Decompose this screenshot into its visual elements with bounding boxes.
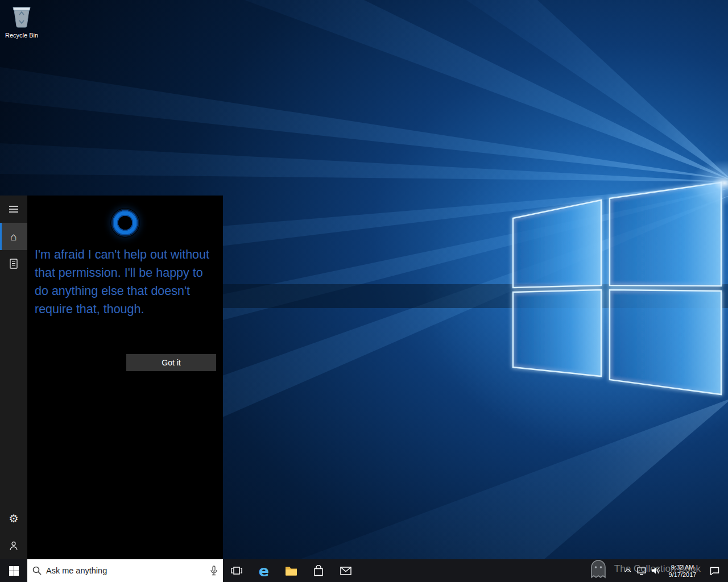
clock-date: 9/17/2017	[662, 571, 703, 579]
cortana-notebook-button[interactable]	[0, 250, 27, 277]
volume-tray-button[interactable]	[648, 559, 662, 582]
cortana-settings-button[interactable]: ⚙	[0, 505, 27, 532]
cortana-message-text: I'm afraid I can't help out without that…	[35, 246, 217, 318]
recycle-bin-glyph	[10, 3, 33, 28]
microphone-icon[interactable]	[210, 566, 218, 576]
store-bag-icon	[313, 565, 324, 576]
search-input[interactable]	[46, 566, 205, 575]
mail-button[interactable]	[332, 559, 359, 582]
taskbar-clock[interactable]: 9:32 AM 9/17/2017	[662, 563, 703, 579]
action-center-icon	[710, 567, 719, 575]
volume-icon	[651, 567, 660, 575]
system-tray: 9:32 AM 9/17/2017	[621, 559, 728, 582]
recycle-bin-label: Recycle Bin	[3, 32, 40, 39]
network-tray-button[interactable]	[635, 559, 648, 582]
cortana-sidebar: ⌂ ⚙	[0, 196, 27, 559]
file-explorer-icon	[285, 566, 297, 576]
feedback-person-icon	[9, 541, 18, 551]
hamburger-menu-button[interactable]	[0, 196, 27, 223]
taskbar: e	[0, 559, 728, 582]
edge-icon: e	[259, 563, 269, 579]
show-hidden-icons-button[interactable]	[621, 559, 635, 582]
recycle-bin-icon[interactable]: Recycle Bin	[3, 3, 40, 39]
task-view-button[interactable]	[223, 559, 250, 582]
clock-time: 9:32 AM	[662, 564, 703, 571]
notebook-icon	[9, 259, 18, 269]
cortana-feedback-button[interactable]	[0, 532, 27, 559]
mail-envelope-icon	[340, 567, 351, 575]
cortana-logo	[110, 208, 140, 238]
cortana-home-button[interactable]: ⌂	[0, 223, 27, 250]
search-icon	[32, 566, 42, 575]
start-button[interactable]	[0, 559, 27, 582]
cortana-main-panel: I'm afraid I can't help out without that…	[27, 196, 223, 559]
action-center-button[interactable]	[703, 559, 726, 582]
hamburger-icon	[9, 206, 18, 213]
file-explorer-button[interactable]	[278, 559, 305, 582]
taskbar-search-box[interactable]	[27, 559, 223, 582]
network-icon	[637, 567, 646, 575]
got-it-button[interactable]: Got it	[126, 354, 216, 371]
edge-browser-button[interactable]: e	[250, 559, 278, 582]
cortana-panel: ⌂ ⚙ I'm afraid I can't help out without …	[0, 196, 223, 559]
store-button[interactable]	[305, 559, 332, 582]
chevron-up-icon	[624, 568, 631, 573]
windows-start-icon	[9, 566, 19, 576]
task-view-icon	[231, 566, 242, 575]
settings-gear-icon: ⚙	[9, 513, 18, 524]
home-icon: ⌂	[10, 231, 16, 242]
